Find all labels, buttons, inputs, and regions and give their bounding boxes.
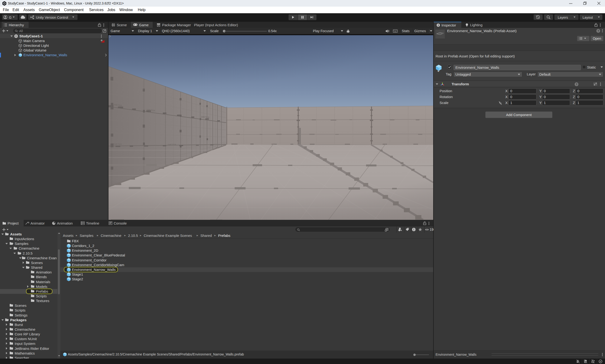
svg-text:?: ? xyxy=(576,83,577,86)
svg-text:?: ? xyxy=(597,29,599,32)
